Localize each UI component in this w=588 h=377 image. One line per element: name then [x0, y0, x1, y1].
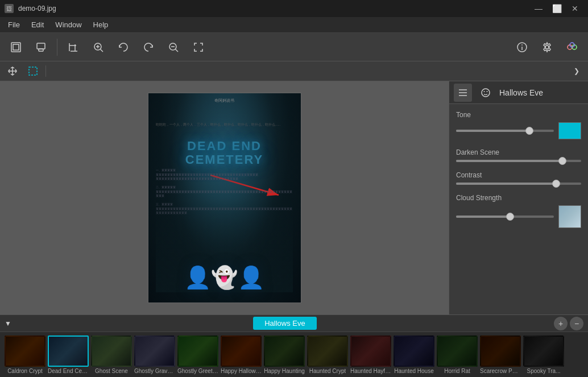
- panel-toggle-arrow[interactable]: ❯: [570, 64, 583, 78]
- film-item-dead-end-cemetery[interactable]: Dead End Cemetery: [48, 335, 89, 374]
- cloud-strength-slider-row: [456, 205, 581, 228]
- film-label-dead-end-cemetery: Dead End Cemetery: [48, 368, 89, 374]
- film-thumb-happy-halloween: [221, 335, 262, 367]
- film-thumb-inner-ghostly-graveyard: [135, 337, 174, 366]
- active-effect-label: Hallows Eve: [253, 317, 317, 330]
- tone-slider-row: [456, 122, 581, 139]
- menu-file[interactable]: File: [2, 18, 26, 31]
- panel-tab-face[interactable]: [477, 84, 495, 102]
- svg-rect-1: [13, 44, 19, 50]
- menu-window[interactable]: Window: [49, 18, 87, 31]
- film-label-ghost-scene: Ghost Scene: [95, 368, 128, 374]
- cloud-strength-slider[interactable]: [456, 216, 554, 218]
- cloud-strength-label: Cloud Strength: [456, 194, 581, 202]
- contrast-slider-row: [456, 183, 581, 185]
- film-thumb-scarecrow-pumpkins: [480, 335, 521, 367]
- move-tool-button[interactable]: [5, 63, 20, 79]
- contrast-slider[interactable]: [456, 183, 581, 185]
- settings-button[interactable]: [536, 36, 558, 59]
- film-item-scarecrow-pumpkins[interactable]: Scarecrow Pumpkins: [480, 335, 521, 374]
- film-thumb-haunted-crypt: [307, 335, 348, 367]
- film-item-horrid-rat[interactable]: Horrid Rat: [437, 335, 478, 374]
- darken-scene-slider[interactable]: [456, 160, 581, 162]
- rotate-right-button[interactable]: [137, 36, 160, 59]
- frame-tool-button[interactable]: [5, 36, 27, 59]
- panel-header: Hallows Eve: [449, 81, 588, 104]
- film-thumb-inner-dead-end-cemetery: [49, 337, 88, 366]
- film-thumb-inner-scarecrow-pumpkins: [481, 337, 520, 366]
- window-title: demo-09.jpg: [18, 5, 525, 13]
- add-effect-button[interactable]: +: [554, 317, 568, 330]
- zoom-in-button[interactable]: [87, 36, 110, 59]
- image-preview: 奇阿妈说书 吃吃吃，一个人，两个人，三个人，吃什么，吃什么，吃什么，吃什么，吃什…: [148, 93, 301, 303]
- right-panel: Hallows Eve Tone Darken Scene: [449, 81, 588, 314]
- film-label-ghostly-graveyard: Ghostly Graveyard: [134, 368, 175, 374]
- select-tool-button[interactable]: [25, 63, 41, 79]
- film-item-ghost-scene[interactable]: Ghost Scene: [91, 335, 132, 374]
- maximize-button[interactable]: ⬜: [548, 3, 565, 14]
- secondary-toolbar: ❯: [0, 61, 588, 81]
- film-thumb-haunted-hayfield: [350, 335, 391, 367]
- tone-control: Tone: [456, 111, 581, 139]
- zoom-out-button[interactable]: [162, 36, 185, 59]
- film-label-spooky-tra: Spooky Tra...: [527, 368, 561, 374]
- effects-button[interactable]: [561, 36, 583, 59]
- contrast-label: Contrast: [456, 171, 581, 179]
- toolbar2-separator: [45, 65, 46, 77]
- film-thumb-inner-haunted-crypt: [308, 337, 347, 366]
- film-thumb-inner-spooky-tra: [524, 337, 563, 366]
- panel-controls: Tone Darken Scene: [449, 104, 588, 235]
- film-thumb-inner-haunted-hayfield: [351, 337, 390, 366]
- filmstrip: ▼ Hallows Eve + − Caldron CryptDead End …: [0, 314, 588, 377]
- film-item-haunted-hayfield[interactable]: Haunted Hayfield: [350, 335, 391, 374]
- cloud-strength-control: Cloud Strength: [456, 194, 581, 228]
- window-controls: — ⬜ ✕: [530, 3, 583, 14]
- close-button[interactable]: ✕: [566, 3, 583, 14]
- film-thumb-inner-ghostly-greetings: [179, 337, 217, 366]
- tone-color-swatch[interactable]: [558, 122, 581, 139]
- panel-tab-list[interactable]: [454, 84, 472, 102]
- svg-point-31: [484, 91, 485, 92]
- menu-help[interactable]: Help: [88, 18, 114, 31]
- film-label-ghostly-greetings: Ghostly Greetings: [177, 368, 218, 374]
- image-container: 奇阿妈说书 吃吃吃，一个人，两个人，三个人，吃什么，吃什么，吃什么，吃什么，吃什…: [148, 93, 301, 303]
- film-item-haunted-house[interactable]: Haunted House: [394, 335, 434, 374]
- svg-rect-24: [29, 67, 37, 75]
- rotate-left-button[interactable]: [112, 36, 135, 59]
- canvas-area[interactable]: 奇阿妈说书 吃吃吃，一个人，两个人，三个人，吃什么，吃什么，吃什么，吃什么，吃什…: [0, 81, 449, 314]
- fullscreen-button[interactable]: [187, 36, 210, 59]
- film-item-haunted-crypt[interactable]: Haunted Crypt: [307, 335, 348, 374]
- film-thumb-ghostly-greetings: [177, 335, 218, 367]
- film-thumb-dead-end-cemetery: [48, 335, 89, 367]
- film-item-ghostly-graveyard[interactable]: Ghostly Graveyard: [134, 335, 175, 374]
- film-item-ghostly-greetings[interactable]: Ghostly Greetings: [177, 335, 218, 374]
- svg-point-17: [522, 44, 523, 45]
- tone-slider[interactable]: [456, 130, 554, 132]
- remove-effect-button[interactable]: −: [570, 317, 583, 330]
- film-thumb-haunted-house: [394, 335, 434, 367]
- filmstrip-toggle-button[interactable]: ▼: [5, 320, 11, 328]
- film-thumb-horrid-rat: [437, 335, 478, 367]
- film-thumb-inner-haunted-house: [395, 337, 433, 366]
- cloud-strength-swatch[interactable]: [558, 205, 581, 228]
- film-item-caldron-crypt[interactable]: Caldron Crypt: [5, 335, 45, 374]
- svg-rect-3: [39, 49, 43, 51]
- film-thumb-inner-ghost-scene: [92, 337, 131, 366]
- film-label-haunted-hayfield: Haunted Hayfield: [350, 368, 391, 374]
- svg-point-18: [545, 45, 549, 49]
- stamp-tool-button[interactable]: [30, 36, 52, 59]
- film-item-happy-haunting[interactable]: Happy Haunting: [264, 335, 305, 374]
- film-thumb-inner-happy-haunting: [265, 337, 304, 366]
- menu-edit[interactable]: Edit: [26, 18, 49, 31]
- tone-label: Tone: [456, 111, 581, 119]
- film-label-scarecrow-pumpkins: Scarecrow Pumpkins: [480, 368, 521, 374]
- film-thumb-ghostly-graveyard: [134, 335, 175, 367]
- filmstrip-items: Caldron CryptDead End CemeteryGhost Scen…: [0, 332, 588, 377]
- film-label-horrid-rat: Horrid Rat: [444, 368, 470, 374]
- film-item-spooky-tra[interactable]: Spooky Tra...: [523, 335, 564, 374]
- film-item-happy-halloween[interactable]: Happy Halloween: [221, 335, 262, 374]
- minimize-button[interactable]: —: [530, 3, 547, 14]
- crop-tool-button[interactable]: [62, 36, 85, 59]
- svg-point-32: [487, 91, 488, 92]
- info-button[interactable]: [511, 36, 533, 59]
